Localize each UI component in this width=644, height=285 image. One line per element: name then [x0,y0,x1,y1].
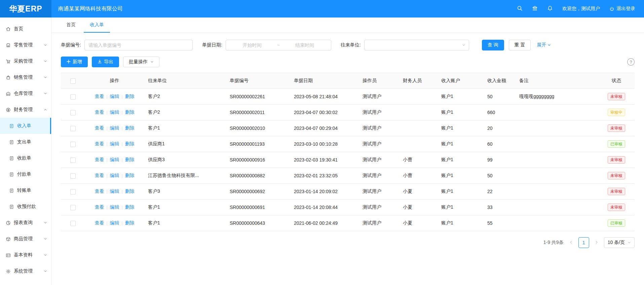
cell-finance: 小夏 [399,184,437,200]
sidebar-item-label: 付款单 [17,171,47,177]
view-link[interactable]: 查看 [94,94,104,99]
view-link[interactable]: 查看 [94,125,104,131]
cell-amount: 50 [483,89,515,105]
edit-link[interactable]: 编辑 [110,188,119,194]
view-link[interactable]: 查看 [94,157,104,162]
help-icon[interactable] [627,58,635,66]
delete-link[interactable]: 删除 [125,220,135,225]
view-link[interactable]: 查看 [94,173,104,178]
reset-button[interactable]: 重 置 [509,40,531,50]
edit-link[interactable]: 编辑 [110,220,119,225]
row-checkbox[interactable] [70,173,76,179]
edit-link[interactable]: 编辑 [110,141,119,146]
prev-page-button[interactable] [567,239,575,247]
sidebar-item-basic[interactable]: 基本资料 [0,247,51,263]
row-checkbox[interactable] [70,110,76,115]
cell-amount: 55 [483,215,515,231]
goods-icon [5,236,11,242]
delete-link[interactable]: 删除 [125,141,135,146]
edit-link[interactable]: 编辑 [110,204,119,210]
sidebar-item-system[interactable]: 系统管理 [0,263,51,279]
view-link[interactable]: 查看 [94,109,104,115]
delete-link[interactable]: 删除 [125,157,135,162]
cell-account: 账户1 [437,184,483,200]
select-all-checkbox[interactable] [70,78,76,84]
page-number-button[interactable]: 1 [578,237,589,248]
sidebar-item-advance[interactable]: 收预付款 [0,199,51,215]
sidebar-item-finance[interactable]: 财务管理 [0,102,51,118]
view-link[interactable]: 查看 [94,204,104,210]
add-button[interactable]: 新增 [61,57,88,67]
cell-operator: 测试用户 [358,136,399,152]
date-end-input[interactable] [282,42,328,48]
income-table: 操作往来单位单据编号单据日期操作员财务人员收入账户收入金额备注状态 查看|编辑|… [61,73,635,231]
cell-status: 未审核 [598,184,635,200]
sidebar-item-label: 收款单 [17,155,47,161]
sidebar-item-retail[interactable]: 零售管理 [0,37,51,53]
unit-filter-select[interactable] [364,40,469,50]
row-select-cell [61,152,85,168]
search-icon[interactable] [517,5,523,12]
edit-link[interactable]: 编辑 [110,157,119,162]
sidebar-item-transfer[interactable]: 转账单 [0,182,51,199]
sidebar-item-expense[interactable]: 支出单 [0,134,51,150]
bank-icon[interactable] [532,5,538,12]
add-button-label: 新增 [73,59,82,65]
row-checkbox[interactable] [70,126,76,131]
sidebar-item-purchase[interactable]: 采购管理 [0,53,51,69]
batch-operations-button[interactable]: 批量操作 [123,57,159,67]
row-checkbox[interactable] [70,142,76,147]
select-all-header-cell [61,73,85,89]
cell-operator: 测试用户 [358,89,399,105]
date-start-input[interactable] [229,42,275,48]
sidebar-item-report[interactable]: 报表查询 [0,215,51,231]
edit-link[interactable]: 编辑 [110,109,119,115]
sidebar-item-home[interactable]: 首页 [0,21,51,37]
row-checkbox[interactable] [70,157,76,163]
edit-link[interactable]: 编辑 [110,94,119,99]
action-divider: | [122,110,123,115]
sidebar-item-receipt[interactable]: 收款单 [0,150,51,166]
export-button[interactable]: 导出 [92,57,119,67]
sales-icon [5,75,11,80]
row-checkbox[interactable] [70,189,76,194]
logout-button[interactable]: 退出登录 [609,6,635,12]
bell-icon[interactable] [547,5,553,12]
number-filter-input[interactable] [84,40,193,50]
row-checkbox[interactable] [70,221,76,226]
delete-link[interactable]: 删除 [125,109,135,115]
column-header-remark: 备注 [515,73,598,89]
sidebar-item-goods[interactable]: 商品管理 [0,231,51,247]
row-checkbox[interactable] [70,94,76,100]
sidebar-item-payment[interactable]: 付款单 [0,166,51,182]
search-button[interactable]: 查 询 [482,40,504,50]
delete-link[interactable]: 删除 [125,173,135,178]
sidebar-item-sales[interactable]: 销售管理 [0,69,51,85]
view-link[interactable]: 查看 [94,220,104,225]
delete-link[interactable]: 删除 [125,94,135,99]
date-range-picker[interactable]: ~ [226,40,331,50]
edit-link[interactable]: 编辑 [110,125,119,131]
delete-link[interactable]: 删除 [125,125,135,131]
row-checkbox[interactable] [70,205,76,210]
sidebar-item-warehouse[interactable]: 仓库管理 [0,85,51,102]
date-range-separator: ~ [275,42,282,48]
welcome-text[interactable]: 欢迎您，测试用户 [562,6,600,12]
cell-account: 账户1 [437,105,483,120]
view-link[interactable]: 查看 [94,141,104,146]
action-divider: | [122,142,123,146]
delete-link[interactable]: 删除 [125,188,135,194]
sidebar-item-label: 基本资料 [14,252,44,258]
row-select-cell [61,184,85,200]
tab-income[interactable]: 收入单 [84,17,110,33]
page-size-select[interactable]: 10 条/页 [604,237,635,248]
next-page-button[interactable] [593,239,601,247]
cell-date: 2023-02-03 19:30:41 [290,152,358,168]
sidebar-item-income[interactable]: 收入单 [0,118,51,134]
status-badge: 已审核 [608,219,625,227]
edit-link[interactable]: 编辑 [110,173,119,178]
delete-link[interactable]: 删除 [125,204,135,210]
expand-link[interactable]: 展开 [537,42,551,48]
tab-home[interactable]: 首页 [60,17,82,33]
view-link[interactable]: 查看 [94,188,104,194]
